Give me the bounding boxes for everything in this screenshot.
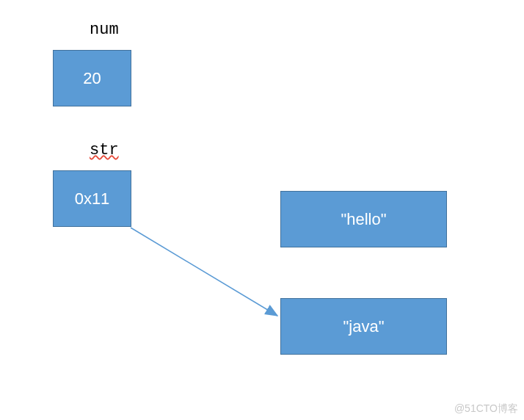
str-label: str: [90, 141, 119, 159]
watermark-text: @51CTO博客: [454, 402, 518, 416]
str-label-text: str: [90, 141, 119, 159]
num-value-text: 20: [83, 69, 101, 88]
svg-line-1: [131, 228, 277, 316]
hello-string-box: "hello": [280, 191, 447, 247]
num-value-box: 20: [53, 50, 131, 106]
hello-string-text: "hello": [341, 210, 386, 229]
str-value-text: 0x11: [75, 189, 110, 209]
num-label: num: [90, 21, 119, 39]
str-value-box: 0x11: [53, 170, 131, 227]
java-string-box: "java": [280, 298, 447, 355]
java-string-text: "java": [343, 317, 385, 336]
